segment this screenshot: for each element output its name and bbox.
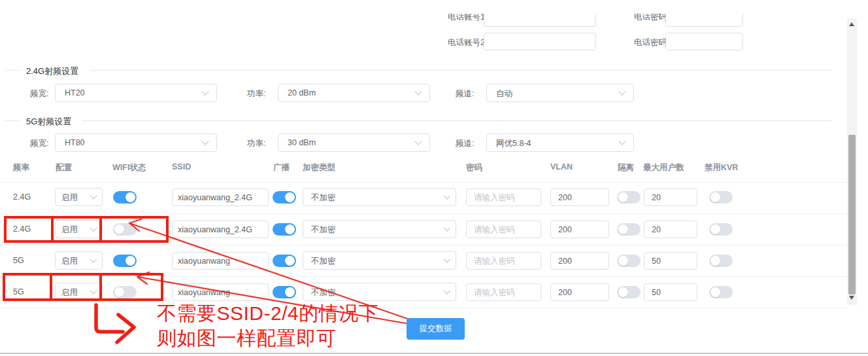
encryption-select[interactable]: 不加密 [303, 220, 456, 238]
scrollbar-thumb[interactable] [848, 135, 856, 294]
col-header-encryption: 加密类型 [303, 162, 335, 173]
chevron-down-icon [443, 255, 450, 262]
isolation-toggle[interactable] [617, 286, 641, 298]
vlan-input[interactable] [550, 283, 609, 301]
toggle-knob [618, 256, 628, 266]
freq-cell: 2.4G [13, 192, 31, 202]
password-input[interactable] [466, 252, 541, 270]
phone-account-2-label: 电话账号2 [448, 37, 485, 48]
col-header-password: 密码 [466, 162, 482, 173]
toggle-knob [710, 256, 720, 266]
phone-account-2-input[interactable] [484, 33, 596, 50]
config-select[interactable]: 启用 [55, 251, 103, 270]
power-label-24g: 功率: [247, 88, 265, 99]
power-select-24g[interactable]: 20 dBm [278, 84, 430, 102]
chevron-down-icon [414, 137, 422, 145]
table-border [0, 245, 847, 245]
ssid-input[interactable] [172, 221, 269, 238]
section-title-5g: 5G射频设置 [26, 116, 71, 128]
toggle-knob [618, 224, 628, 234]
toggle-knob [125, 256, 135, 266]
ssid-input[interactable] [172, 252, 269, 270]
max-users-input[interactable] [644, 283, 697, 301]
phone-password-2-input[interactable] [665, 33, 743, 50]
kvr-toggle[interactable] [709, 191, 733, 204]
annotation-line-1: 不需要SSID-2/4的情况下 [157, 301, 378, 326]
max-users-input[interactable] [644, 188, 697, 206]
phone-account-1-label: 电话账号1 [448, 14, 485, 23]
section-title-24g: 2.4G射频设置 [26, 65, 78, 77]
max-users-input[interactable] [644, 252, 697, 270]
annotation-box-divider [50, 273, 52, 301]
chevron-down-icon [618, 137, 626, 145]
phone-password-1-input[interactable] [665, 14, 743, 27]
max-users-input[interactable] [644, 221, 697, 238]
broadcast-toggle[interactable] [273, 191, 296, 204]
encryption-select[interactable]: 不加密 [303, 283, 456, 301]
kvr-toggle[interactable] [709, 255, 733, 267]
table-border [0, 213, 847, 214]
power-label-5g: 功率: [247, 138, 265, 149]
toggle-knob [285, 224, 295, 234]
wifi-status-toggle[interactable] [113, 191, 137, 204]
ssid-input[interactable] [172, 283, 269, 301]
toggle-knob [618, 192, 628, 202]
password-input[interactable] [466, 283, 541, 301]
table-border [0, 308, 847, 308]
bandwidth-label-24g: 频宽: [30, 88, 48, 99]
encryption-select[interactable]: 不加密 [303, 188, 456, 206]
power-select-5g[interactable]: 30 dBm [278, 134, 430, 152]
kvr-toggle[interactable] [709, 286, 733, 298]
config-select[interactable]: 启用 [55, 188, 103, 206]
chevron-down-icon [414, 88, 422, 95]
col-header-ssid: SSID [172, 162, 191, 171]
col-header-max-users: 最大用户数 [643, 162, 684, 173]
col-header-kvr: 禁用KVR [705, 162, 738, 173]
chevron-down-icon [443, 192, 450, 199]
annotation-box-divider [51, 216, 54, 243]
wifi-status-toggle[interactable] [113, 255, 137, 267]
bandwidth-label-5g: 频宽: [30, 138, 48, 149]
chevron-down-icon [201, 137, 209, 145]
chevron-down-icon [443, 287, 450, 294]
col-header-broadcast: 广播 [273, 162, 290, 173]
channel-label-24g: 频道: [456, 88, 474, 99]
vlan-input[interactable] [550, 221, 609, 238]
vlan-input[interactable] [550, 252, 609, 270]
col-header-config: 配置 [56, 162, 72, 173]
ssid-input[interactable] [172, 188, 269, 206]
broadcast-toggle[interactable] [273, 255, 296, 267]
phone-account-1-input[interactable] [484, 14, 596, 27]
chevron-down-icon [618, 88, 626, 95]
vlan-input[interactable] [550, 188, 609, 206]
col-header-freq: 频率 [13, 162, 29, 173]
broadcast-toggle[interactable] [273, 223, 296, 236]
channel-select-24g[interactable]: 自动 [486, 84, 634, 102]
bandwidth-select-5g[interactable]: HT80 [55, 134, 217, 152]
col-header-vlan: VLAN [550, 162, 573, 171]
isolation-toggle[interactable] [617, 223, 641, 236]
annotation-note: 不需要SSID-2/4的情况下 则如图一样配置即可 [157, 301, 378, 351]
isolation-toggle[interactable] [617, 255, 641, 267]
table-border [0, 182, 847, 183]
annotation-box-divider [99, 216, 102, 243]
scrollbar-up-arrow-icon[interactable] [849, 22, 854, 26]
password-input[interactable] [466, 221, 541, 238]
encryption-select[interactable]: 不加密 [303, 251, 456, 270]
kvr-toggle[interactable] [709, 223, 733, 236]
scrollbar-down-arrow-icon[interactable] [849, 296, 854, 300]
phone-row-1-clipped: 电话账号1 电话密码1 [0, 14, 868, 27]
bandwidth-select-24g[interactable]: HT20 [55, 84, 217, 102]
broadcast-toggle[interactable] [273, 286, 296, 298]
chevron-down-icon [201, 88, 209, 95]
channel-select-5g[interactable]: 网优5.8-4 [486, 134, 634, 152]
section-divider-dash [5, 120, 20, 121]
toggle-knob [285, 256, 295, 266]
chevron-down-icon [90, 192, 97, 199]
bottom-divider [0, 353, 868, 354]
isolation-toggle[interactable] [617, 191, 641, 204]
submit-data-button[interactable]: 提交数据 [407, 318, 465, 340]
wifi-settings-page: 电话账号1 电话密码1 电话账号2 电话密码2 2.4G射频设置 频宽: HT2… [0, 0, 868, 356]
password-input[interactable] [466, 188, 541, 206]
section-divider-line [82, 120, 831, 121]
